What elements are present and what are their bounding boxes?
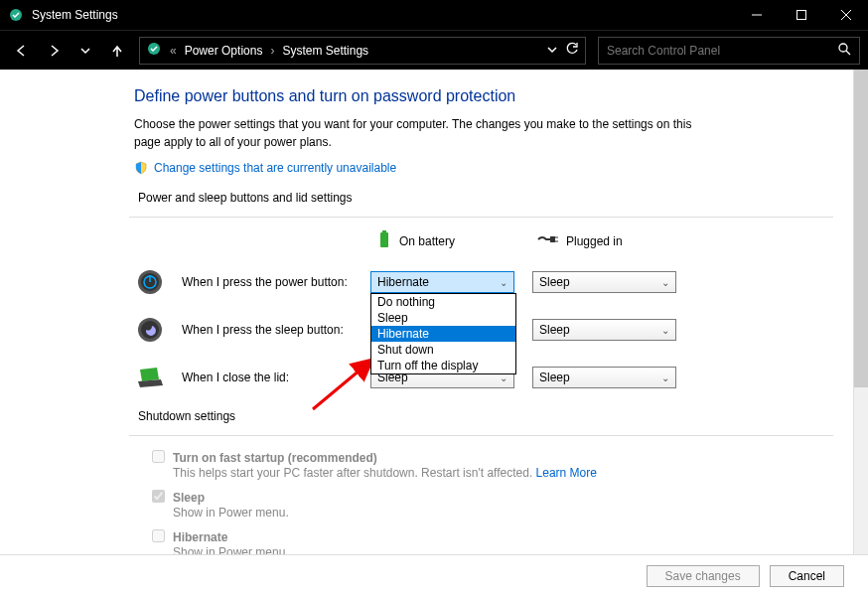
dropdown-item[interactable]: Hibernate	[371, 326, 515, 342]
history-dropdown-button[interactable]	[72, 37, 99, 65]
svg-point-6	[839, 44, 847, 52]
chevron-right-icon: ›	[268, 44, 276, 58]
maximize-button[interactable]	[779, 0, 823, 30]
breadcrumb-sep-icon: «	[168, 44, 179, 58]
sleep-checkbox	[152, 490, 165, 503]
dropdown-item[interactable]: Shut down	[371, 342, 515, 358]
fast-startup-item: Turn on fast startup (recommended) This …	[152, 448, 833, 480]
admin-link[interactable]: Change settings that are currently unava…	[154, 161, 396, 175]
sleep-icon	[134, 314, 166, 346]
power-plugged-dropdown[interactable]: Sleep ⌄	[532, 271, 676, 293]
section-label: Power and sleep buttons and lid settings	[138, 191, 833, 205]
dropdown-item[interactable]: Do nothing	[371, 294, 515, 310]
battery-icon	[377, 229, 391, 252]
breadcrumb-item[interactable]: System Settings	[282, 44, 368, 58]
search-input-container	[598, 37, 860, 65]
svg-rect-9	[382, 230, 386, 232]
breadcrumb-item[interactable]: Power Options	[185, 44, 263, 58]
svg-rect-2	[796, 11, 805, 20]
shield-icon	[134, 161, 148, 175]
learn-more-link[interactable]: Learn More	[536, 466, 597, 480]
plug-icon	[536, 232, 558, 249]
navbar: « Power Options › System Settings	[0, 30, 868, 70]
power-button-label: When I press the power button:	[182, 275, 370, 289]
sleep-plugged-dropdown[interactable]: Sleep ⌄	[532, 319, 676, 341]
divider	[129, 217, 833, 218]
lid-label: When I close the lid:	[182, 371, 370, 384]
chevron-down-icon: ⌄	[661, 277, 669, 288]
app-icon	[8, 7, 24, 23]
close-button[interactable]	[823, 0, 868, 30]
sleep-button-label: When I press the sleep button:	[182, 323, 370, 337]
svg-rect-10	[550, 236, 555, 242]
shutdown-section-label: Shutdown settings	[138, 409, 833, 423]
save-button[interactable]: Save changes	[647, 565, 760, 587]
scrollbar[interactable]	[853, 70, 868, 554]
dropdown-list: Do nothing Sleep Hibernate Shut down Tur…	[370, 293, 516, 374]
search-input[interactable]	[607, 44, 837, 58]
titlebar: System Settings	[0, 0, 868, 30]
control-panel-icon	[146, 41, 162, 60]
svg-rect-8	[380, 232, 388, 247]
footer: Save changes Cancel	[0, 554, 868, 596]
chevron-down-icon: ⌄	[661, 372, 669, 383]
chevron-down-icon: ⌄	[661, 325, 669, 336]
chevron-down-icon[interactable]	[547, 44, 557, 58]
page-subtitle: Choose the power settings that you want …	[134, 115, 710, 151]
forward-button[interactable]	[40, 37, 68, 65]
dropdown-item[interactable]: Turn off the display	[371, 358, 515, 373]
titlebar-title: System Settings	[32, 8, 118, 22]
power-icon	[134, 266, 166, 298]
up-button[interactable]	[103, 37, 131, 65]
chevron-down-icon: ⌄	[500, 277, 507, 288]
fast-startup-checkbox	[152, 450, 165, 463]
main-content: Define power buttons and turn on passwor…	[0, 70, 853, 554]
minimize-button[interactable]	[734, 0, 779, 30]
cancel-button[interactable]: Cancel	[770, 565, 844, 587]
laptop-icon	[134, 362, 166, 393]
svg-line-7	[846, 51, 850, 55]
plugged-column-header: Plugged in	[536, 229, 695, 252]
dropdown-item[interactable]: Sleep	[371, 310, 515, 326]
hibernate-item: Hibernate Show in Power menu.	[152, 527, 833, 554]
back-button[interactable]	[8, 37, 36, 65]
battery-column-header: On battery	[377, 229, 536, 252]
refresh-icon[interactable]	[565, 42, 579, 59]
svg-point-18	[141, 321, 159, 339]
breadcrumb[interactable]: « Power Options › System Settings	[139, 37, 586, 65]
search-icon[interactable]	[837, 42, 851, 60]
hibernate-checkbox	[152, 529, 165, 542]
lid-plugged-dropdown[interactable]: Sleep ⌄	[532, 367, 676, 388]
power-battery-dropdown[interactable]: Hibernate ⌄ Do nothing Sleep Hibernate S…	[370, 271, 514, 293]
page-heading: Define power buttons and turn on passwor…	[134, 87, 833, 105]
power-button-row: When I press the power button: Hibernate…	[134, 266, 833, 298]
divider	[129, 435, 833, 436]
sleep-item: Sleep Show in Power menu.	[152, 488, 833, 520]
scrollbar-thumb[interactable]	[854, 70, 868, 387]
